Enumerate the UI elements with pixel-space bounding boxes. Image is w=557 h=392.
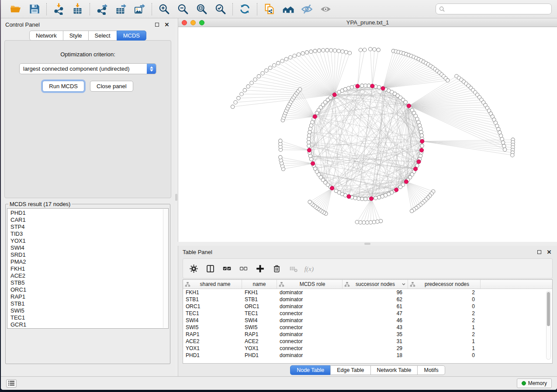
leaf-node[interactable] [277,61,280,65]
zoom-selected-button[interactable] [211,1,230,17]
tab-node-table[interactable]: Node Table [290,365,331,375]
table-row[interactable]: STB1STB1dominator620 [183,296,552,303]
leaf-node[interactable] [337,49,340,52]
table-row[interactable]: RAP1RAP1dominator352 [183,331,552,338]
leaf-node[interactable] [377,48,380,52]
leaf-node[interactable] [272,64,276,67]
tab-network-table[interactable]: Network Table [370,365,418,375]
leaf-node[interactable] [369,220,372,224]
leaf-node[interactable] [501,141,505,144]
leaf-node[interactable] [250,81,253,85]
leaf-node[interactable] [284,57,288,61]
ring-node[interactable] [398,185,402,189]
leaf-node[interactable] [317,49,321,52]
leaf-node[interactable] [500,138,504,141]
close-panel-icon[interactable]: ✕ [163,21,170,28]
dominator-node[interactable] [420,139,424,143]
leaf-node[interactable] [376,220,379,224]
leaf-node[interactable] [365,221,369,224]
leaf-node[interactable] [325,48,329,52]
network-graph[interactable] [178,27,557,242]
close-panel-button[interactable]: Close panel [90,81,133,92]
leaf-node[interactable] [289,55,292,59]
leaf-node[interactable] [298,87,301,91]
mcds-result-item[interactable]: STB5 [10,279,168,286]
mcds-result-item[interactable]: ORC1 [10,286,168,293]
mcds-result-item[interactable]: STB1 [10,300,168,307]
ring-node[interactable] [360,197,363,200]
leaf-node[interactable] [240,92,243,96]
ring-node[interactable] [419,127,422,131]
mcds-result-item[interactable]: CAR1 [10,217,168,224]
leaf-node[interactable] [313,49,317,53]
hide-selected-button[interactable] [298,1,316,17]
ring-node[interactable] [307,134,311,137]
mcds-result-list[interactable]: PHD1CAR1STP4TID3YOX1SWI4SRD1PMA2FKH1ACE2… [7,208,169,329]
export-network-button[interactable] [93,1,111,17]
leaf-node[interactable] [305,51,308,54]
ring-node[interactable] [360,84,363,87]
leaf-node[interactable] [246,85,250,88]
export-image-button[interactable] [130,1,149,17]
table-row[interactable]: SWI4SWI4dominator462 [183,317,552,324]
leaf-node[interactable] [280,59,284,63]
leaf-node[interactable] [293,54,296,58]
mcds-result-item[interactable]: RAP1 [10,293,168,300]
leaf-node[interactable] [410,209,413,213]
column-header-shared-name[interactable]: shared name [183,280,242,289]
search-input[interactable] [447,6,548,13]
leaf-node[interactable] [368,47,372,51]
leaf-node[interactable] [297,53,300,56]
dominator-node[interactable] [313,114,317,118]
minimize-window-icon[interactable] [190,20,196,25]
zoom-out-button[interactable] [173,1,192,17]
network-titlebar[interactable]: YPA_prune.txt_1 [178,18,557,27]
ring-node[interactable] [329,96,332,100]
refresh-button[interactable] [235,1,254,17]
ring-node[interactable] [308,154,312,158]
dominator-node[interactable] [381,86,385,90]
dominator-node[interactable] [311,162,315,165]
tab-edge-table[interactable]: Edge Table [330,365,370,375]
mcds-result-item[interactable]: TEC1 [10,314,168,321]
ring-node[interactable] [377,86,381,89]
first-neighbors-button[interactable] [279,1,298,17]
leaf-node[interactable] [344,50,348,54]
table-scrollbar[interactable] [546,291,551,360]
mcds-result-item[interactable]: PHD1 [10,210,168,217]
leaf-node[interactable] [333,49,336,52]
table-row[interactable]: ACE2ACE2connector311 [183,338,552,345]
add-button[interactable] [254,262,266,275]
run-mcds-button[interactable]: Run MCDS [42,81,84,92]
float-panel-icon[interactable] [153,21,160,28]
leaf-node[interactable] [231,105,234,108]
mcds-result-item[interactable]: ACE2 [10,272,168,279]
leaf-node[interactable] [253,78,257,81]
table-row[interactable]: SWI5SWI5connector431 [183,324,552,331]
tab-mcds[interactable]: MCDS [117,31,146,41]
leaf-node[interactable] [355,220,359,224]
leaf-node[interactable] [309,50,313,53]
leaf-node[interactable] [308,200,311,203]
column-header-successor-nodes[interactable]: successor nodes [343,280,408,289]
table-row[interactable]: PHD1PHD1dominator180 [183,352,552,359]
tab-style[interactable]: Style [63,31,89,41]
column-chooser-button[interactable] [204,262,217,275]
mcds-result-item[interactable]: GCR1 [10,321,168,328]
column-header-predecessor-nodes[interactable]: predecessor nodes [408,280,481,289]
leaf-node[interactable] [372,220,376,224]
leaf-node[interactable] [301,52,304,55]
splitter-grip[interactable] [364,243,370,245]
dominator-node[interactable] [407,104,411,108]
float-panel-icon[interactable] [536,249,543,255]
criterion-select[interactable]: largest connected component (undirected) [19,63,156,74]
dominator-node[interactable] [356,84,360,88]
leaf-node[interactable] [359,48,362,52]
dominator-node[interactable] [332,93,336,96]
ring-node[interactable] [308,130,311,134]
dominator-node[interactable] [369,197,373,201]
open-button[interactable] [6,1,25,17]
ring-node[interactable] [334,189,338,193]
vertical-splitter[interactable] [175,18,178,376]
dominator-node[interactable] [307,148,311,152]
